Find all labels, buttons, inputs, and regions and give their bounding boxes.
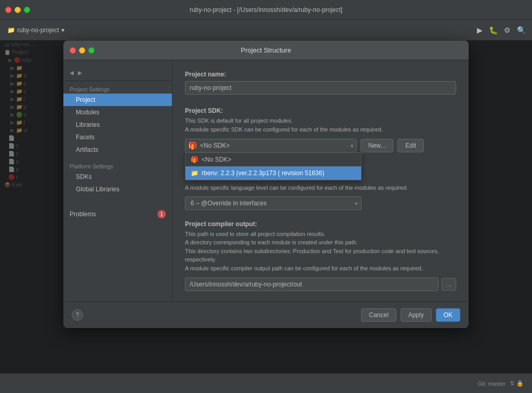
nav-item-artifacts[interactable]: Artifacts	[63, 143, 172, 156]
git-branch-icon: ⇅	[510, 380, 514, 387]
apply-button[interactable]: Apply	[401, 308, 432, 322]
nav-item-sdks[interactable]: SDKs	[63, 171, 172, 183]
compiler-output-title: Project compiler output:	[185, 220, 456, 228]
dialog-title: Project Structure	[241, 46, 291, 54]
ide-toolbar: 📁 ruby-no-project ▾ ▶ 🐛 ⚙ 🔍	[0, 20, 532, 41]
dialog-footer: ? Cancel Apply OK	[63, 302, 469, 328]
sdk-dropdown-wrapper: 🎁 <No SDK> rbenv: 2.2.3 (ver.2.2.3p173 (…	[185, 139, 356, 152]
sdk-chevron-icon: ▾	[351, 143, 353, 149]
project-structure-dialog: Project Structure ◂ ▸ Project Settings P…	[63, 41, 469, 328]
project-icon: 📁	[7, 27, 15, 34]
dialog-content: Project name: Project SDK: This SDK is d…	[172, 60, 469, 302]
title-bar: ruby-no-project - [/Users/innossh/dev/a/…	[0, 0, 532, 20]
settings-icon[interactable]: ⚙	[502, 24, 513, 36]
dialog-close-button[interactable]	[70, 47, 76, 54]
footer-right: Cancel Apply OK	[361, 308, 460, 322]
nav-item-libraries[interactable]: Libraries	[63, 119, 172, 131]
project-name: ruby-no-project	[17, 27, 59, 34]
dialog-nav: ◂ ▸ Project Settings Project Modules Lib…	[63, 60, 172, 302]
project-settings-header: Project Settings	[63, 83, 172, 94]
search-icon[interactable]: 🔍	[515, 24, 528, 36]
compiler-path-row: ...	[185, 278, 456, 291]
traffic-lights	[5, 7, 30, 13]
compiler-path-input[interactable]	[185, 278, 438, 291]
sdk-row: 🎁 <No SDK> rbenv: 2.2.3 (ver.2.2.3p173 (…	[185, 139, 456, 152]
nav-item-modules[interactable]: Modules	[63, 106, 172, 119]
no-sdk-icon: 🎁	[191, 156, 198, 163]
compiler-desc: This path is used to store all project c…	[185, 230, 456, 273]
cancel-button[interactable]: Cancel	[361, 308, 396, 322]
debug-icon[interactable]: 🐛	[487, 24, 500, 36]
lock-icon: 🔒	[516, 380, 524, 387]
dialog-traffic-lights	[70, 47, 95, 54]
rbenv-folder-icon: 📁	[191, 169, 198, 177]
sdk-dropdown[interactable]: <No SDK> rbenv: 2.2.3 (ver.2.2.3p173 ( r…	[185, 139, 356, 152]
dialog-minimize-button[interactable]	[79, 47, 85, 54]
browse-button[interactable]: ...	[442, 278, 456, 291]
sdk-option-no-sdk[interactable]: 🎁 <No SDK>	[185, 153, 361, 166]
toolbar-right: ▶ 🐛 ⚙ 🔍	[475, 24, 528, 36]
chevron-down-icon: ▾	[61, 27, 64, 34]
nav-item-project[interactable]: Project	[63, 94, 172, 106]
project-dropdown[interactable]: 📁 ruby-no-project ▾	[4, 25, 68, 35]
sdk-option-rbenv[interactable]: 📁 rbenv: 2.2.3 (ver.2.2.3p173 ( revision…	[185, 166, 361, 180]
run-icon[interactable]: ▶	[475, 24, 485, 36]
forward-icon[interactable]: ▸	[78, 68, 82, 77]
git-status: Git: master	[477, 381, 506, 387]
close-button[interactable]	[5, 7, 11, 13]
nav-toolbar: ◂ ▸	[63, 64, 172, 81]
window-title: ruby-no-project - [/Users/innossh/dev/a/…	[190, 6, 342, 14]
help-button[interactable]: ?	[72, 309, 83, 321]
modal-overlay: Project Structure ◂ ▸ Project Settings P…	[0, 41, 532, 373]
footer-left: ?	[72, 309, 83, 321]
dialog-title-bar: Project Structure	[63, 41, 469, 60]
minimize-button[interactable]	[15, 7, 21, 13]
ok-button[interactable]: OK	[436, 308, 460, 322]
language-level-desc: A module specific language level can be …	[185, 184, 456, 192]
project-name-label: Project name:	[185, 71, 456, 78]
status-bar: Git: master ⇅ 🔒	[0, 373, 532, 393]
nav-item-global-libraries[interactable]: Global Libraries	[63, 183, 172, 195]
language-level-section: A module specific language level can be …	[185, 184, 456, 210]
nav-item-facets[interactable]: Facets	[63, 131, 172, 143]
maximize-button[interactable]	[24, 7, 30, 13]
problems-row[interactable]: Problems 1	[63, 206, 172, 222]
language-dropdown-wrapper: 6 – @Override in interfaces ▾	[185, 197, 362, 210]
dialog-body: ◂ ▸ Project Settings Project Modules Lib…	[63, 60, 469, 302]
new-sdk-button[interactable]: New...	[361, 139, 393, 152]
sdk-desc: This SDK is default for all project modu…	[185, 116, 456, 134]
dialog-maximize-button[interactable]	[88, 47, 95, 54]
sdk-section-title: Project SDK:	[185, 107, 456, 114]
project-name-input[interactable]	[185, 81, 456, 95]
language-level-dropdown[interactable]: 6 – @Override in interfaces	[185, 197, 362, 210]
sdk-icon: 🎁	[188, 141, 197, 150]
back-icon[interactable]: ◂	[70, 68, 74, 77]
problems-label: Problems	[70, 211, 96, 218]
problems-badge: 1	[157, 210, 166, 218]
compiler-output-section: Project compiler output: This path is us…	[185, 220, 456, 292]
platform-settings-header: Platform Settings	[63, 160, 172, 171]
sdk-popup: 🎁 <No SDK> 📁 rbenv: 2.2.3 (ver.2.2.3p173…	[185, 152, 362, 180]
edit-sdk-button[interactable]: Edit	[397, 139, 424, 152]
